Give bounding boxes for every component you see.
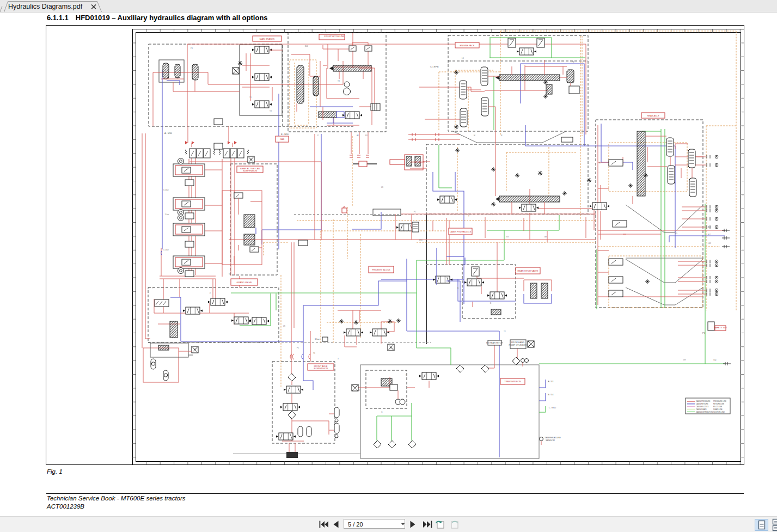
svg-text:ENGINE PACK: ENGINE PACK: [460, 44, 474, 47]
svg-text:B1: B1: [365, 134, 368, 137]
svg-text:5 bar: 5 bar: [165, 213, 169, 216]
svg-text:A12: A12: [708, 226, 711, 228]
svg-text:TO REAR HITCH: TO REAR HITCH: [486, 341, 503, 344]
svg-text:SAFETY VLV: SAFETY VLV: [714, 326, 727, 329]
svg-text:A: A: [457, 287, 459, 289]
svg-text:B / 34: B / 34: [548, 393, 554, 396]
svg-text:P1: P1: [297, 347, 299, 349]
svg-text:FRONT HITCH LINK: FRONT HITCH LINK: [324, 35, 344, 38]
svg-text:P: P: [317, 134, 319, 137]
svg-text:T2: T2: [504, 331, 506, 333]
svg-text:B3: B3: [506, 236, 509, 238]
svg-text:PRESSURE LINE: PRESSURE LINE: [713, 400, 726, 402]
svg-text:A2: A2: [599, 162, 601, 164]
svg-text:Y1: Y1: [249, 96, 252, 99]
svg-text:5.5 bar: 5.5 bar: [163, 249, 169, 251]
svg-text:B02: B02: [305, 45, 308, 47]
svg-text:B: B: [490, 302, 491, 304]
svg-text:CAB: CAB: [280, 138, 285, 140]
svg-text:T3: T3: [338, 80, 340, 82]
svg-text:T: T: [468, 215, 469, 217]
svg-text:REAR AXLE: REAR AXLE: [647, 114, 659, 117]
svg-text:C 1 EPB: C 1 EPB: [430, 65, 439, 68]
svg-text:LS1: LS1: [419, 239, 423, 241]
svg-text:5.5 bar: 5.5 bar: [163, 189, 169, 191]
svg-text:B5: B5: [675, 233, 677, 235]
svg-text:LS: LS: [283, 325, 285, 327]
svg-text:T0: T0: [229, 273, 231, 276]
svg-text:P: P: [210, 292, 211, 295]
svg-text:LS: LS: [462, 57, 464, 59]
svg-text:A / 33: A / 33: [548, 380, 554, 383]
svg-text:TRANSMISSION: TRANSMISSION: [504, 380, 521, 383]
svg-text:M: M: [474, 134, 475, 137]
svg-text:B12: B12: [708, 234, 711, 236]
svg-text:REAR HITCH VALVE: REAR HITCH VALVE: [518, 270, 539, 272]
svg-text:P1: P1: [702, 332, 706, 334]
svg-text:H: H: [406, 374, 407, 376]
svg-text:GRAND VALVE: GRAND VALVE: [237, 281, 252, 284]
svg-text:LS: LS: [381, 186, 383, 188]
svg-text:CABIN PILOT/LS: CABIN PILOT/LS: [696, 406, 708, 408]
svg-text:1 bar: 1 bar: [315, 338, 320, 340]
svg-text:MAIN BRAKES: MAIN BRAKES: [260, 38, 275, 40]
svg-text:P: P: [152, 287, 154, 289]
svg-text:CABIN RETURN: CABIN RETURN: [696, 403, 708, 405]
svg-text:COMBI VALVE: COMBI VALVE: [411, 161, 425, 163]
svg-text:CABIN DRAIN: CABIN DRAIN: [696, 408, 706, 411]
svg-text:DRAIN LINE: DRAIN LINE: [713, 408, 723, 411]
svg-text:PUMP CYLINDER: PUMP CYLINDER: [509, 344, 527, 346]
svg-text:LS2: LS2: [708, 242, 711, 244]
svg-text:Y2: Y2: [270, 110, 272, 112]
svg-text:F: F: [359, 389, 360, 392]
svg-text:SUCTION LINE: SUCTION LINE: [713, 411, 725, 413]
svg-text:G: G: [381, 411, 383, 413]
svg-text:T12: T12: [713, 359, 717, 362]
svg-text:B - M30: B - M30: [281, 133, 289, 136]
svg-text:P2: P2: [414, 211, 416, 213]
svg-text:CABIN DISTRIBUTION: CABIN DISTRIBUTION: [696, 411, 713, 413]
svg-text:X: X: [338, 358, 339, 360]
svg-text:SENSOR: SENSOR: [546, 439, 555, 442]
svg-text:N: N: [501, 134, 503, 137]
svg-text:T1: T1: [313, 352, 315, 354]
svg-text:PILOT LINE: PILOT LINE: [713, 406, 722, 408]
svg-text:SUSPENSION: SUSPENSION: [314, 367, 328, 370]
svg-text:A - M30: A - M30: [164, 132, 173, 134]
svg-text:P1: P1: [191, 47, 193, 50]
svg-text:PB: PB: [572, 61, 574, 63]
svg-text:PRIORITY BLOCK: PRIORITY BLOCK: [372, 268, 390, 271]
svg-text:SUSPENSION: SUSPENSION: [243, 169, 257, 172]
svg-text:A1: A1: [357, 134, 359, 137]
svg-text:C / B12: C / B12: [549, 406, 556, 409]
svg-text:A3: A3: [544, 236, 547, 238]
svg-text:CABIN HYDRAULICS: CABIN HYDRAULICS: [450, 230, 471, 233]
svg-text:RETURN LINE: RETURN LINE: [713, 403, 724, 405]
svg-text:DR: DR: [683, 359, 686, 361]
svg-text:CABIN PRESSURE: CABIN PRESSURE: [696, 400, 711, 402]
